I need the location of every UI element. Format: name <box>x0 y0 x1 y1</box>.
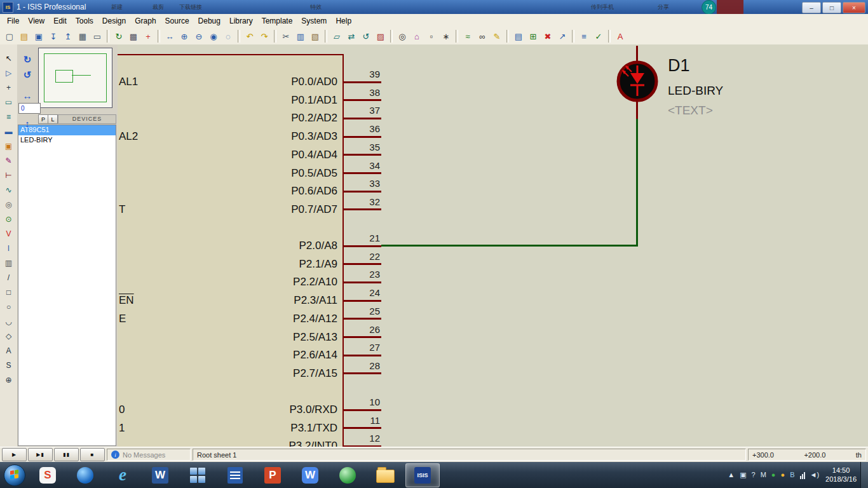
block-copy-button[interactable]: ▱ <box>330 29 344 43</box>
goto-sheet-button[interactable]: ↗ <box>555 29 569 43</box>
block-move-button[interactable]: ⇄ <box>344 29 358 43</box>
packaging-tool-button[interactable]: ▫ <box>424 29 438 43</box>
new-sheet-button[interactable]: ⊞ <box>526 29 540 43</box>
2d-symbol-mode-button[interactable]: S <box>2 359 15 372</box>
menu-item-library[interactable]: Library <box>225 15 257 27</box>
open-file-button[interactable]: ▤ <box>17 29 31 43</box>
led-cathode-pin[interactable] <box>636 101 638 119</box>
taskbar-wps-button[interactable]: W <box>293 463 327 487</box>
2d-circle-mode-button[interactable]: ○ <box>2 301 15 313</box>
menu-item-edit[interactable]: Edit <box>49 15 71 27</box>
chip-pin-25[interactable] <box>344 318 381 320</box>
chip-pin-37[interactable] <box>344 118 381 119</box>
make-device-button[interactable]: ⌂ <box>410 29 424 43</box>
menu-item-template[interactable]: Template <box>257 15 297 27</box>
import-section-button[interactable]: ↧ <box>46 29 60 43</box>
minimize-button[interactable]: – <box>802 2 821 13</box>
junction-dot-mode-button[interactable]: + <box>2 81 15 94</box>
wire-vertical-segment[interactable] <box>636 118 638 247</box>
redraw-button[interactable]: ↻ <box>112 29 126 43</box>
save-file-button[interactable]: ▣ <box>32 29 46 43</box>
start-button[interactable] <box>4 464 25 486</box>
menu-item-source[interactable]: Source <box>161 15 194 27</box>
subcircuit-mode-button[interactable]: ▣ <box>2 140 15 152</box>
tray-volume-icon[interactable]: ◄) <box>810 471 820 478</box>
tray-ime-icon[interactable]: M <box>761 471 766 478</box>
device-pin-mode-button[interactable]: ⊢ <box>2 169 15 182</box>
2d-arc-mode-button[interactable]: ◡ <box>2 315 15 328</box>
selection-mode-button[interactable]: ↖ <box>2 52 15 65</box>
current-probe-mode-button[interactable]: I <box>2 242 15 255</box>
export-section-button[interactable]: ↥ <box>61 29 75 43</box>
taskbar-clock[interactable]: 14:50 2018/3/16 <box>825 462 857 488</box>
tray-bluetooth-icon[interactable]: B <box>790 471 794 478</box>
taskbar-word-button[interactable]: W <box>143 463 177 487</box>
menu-item-system[interactable]: System <box>297 15 331 27</box>
block-rotate-button[interactable]: ↺ <box>359 29 373 43</box>
menu-item-view[interactable]: View <box>24 15 49 27</box>
tray-help-icon[interactable]: ? <box>752 471 756 478</box>
taskbar-window-panes-button[interactable] <box>180 463 215 487</box>
schematic-canvas[interactable]: D1 LED-BIRY <TEXT> 39P0.0/AD038P0.1/AD13… <box>118 44 868 447</box>
schematic-preview[interactable] <box>38 48 112 108</box>
wire-autorouter-button[interactable]: ≈ <box>461 29 475 43</box>
block-delete-button[interactable]: ▨ <box>374 29 388 43</box>
cut-button[interactable]: ✂ <box>279 29 293 43</box>
2d-box-mode-button[interactable]: □ <box>2 286 15 299</box>
taskbar-browser-green-button[interactable] <box>330 463 365 487</box>
zoom-area-button[interactable]: ◌ <box>221 29 235 43</box>
undo-button[interactable]: ↶ <box>243 29 257 43</box>
show-desktop-button[interactable] <box>860 462 868 488</box>
chip-pin-33[interactable] <box>344 191 381 193</box>
maximize-button[interactable]: □ <box>822 2 841 13</box>
taskbar-sogou-input-button[interactable]: S <box>31 463 65 487</box>
taskbar-file-explorer-button[interactable] <box>368 463 402 487</box>
chip-pin-10[interactable] <box>344 409 381 411</box>
menu-item-debug[interactable]: Debug <box>194 15 225 27</box>
step-button[interactable]: ▶▮ <box>28 448 53 461</box>
wire-label-mode-button[interactable]: ▭ <box>2 96 15 109</box>
redo-button[interactable]: ↷ <box>257 29 271 43</box>
property-assignment-button[interactable]: ✎ <box>490 29 504 43</box>
zoom-out-button[interactable]: ⊖ <box>192 29 206 43</box>
false-origin-button[interactable]: + <box>141 29 155 43</box>
device-item-led-biry[interactable]: LED-BIRY <box>18 135 116 146</box>
chip-pin-24[interactable] <box>344 300 381 302</box>
chip-pin-27[interactable] <box>344 355 381 356</box>
chip-pin-11[interactable] <box>344 427 381 429</box>
mirror-vertical-button[interactable]: ↕ <box>20 117 35 130</box>
rotate-anticlockwise-button[interactable]: ↺ <box>20 69 35 81</box>
generator-mode-button[interactable]: ⊙ <box>2 213 15 226</box>
voltage-probe-mode-button[interactable]: V <box>2 227 15 240</box>
tray-signal-icon[interactable] <box>800 471 805 479</box>
print-button[interactable]: ▦ <box>76 29 90 43</box>
chip-pin-39[interactable] <box>344 81 381 83</box>
mark-output-area-button[interactable]: ▭ <box>90 29 104 43</box>
pick-parts-button[interactable]: P <box>38 114 48 124</box>
graph-mode-button[interactable]: ∿ <box>2 184 15 196</box>
menu-item-tools[interactable]: Tools <box>71 15 98 27</box>
2d-path-mode-button[interactable]: ◇ <box>2 330 15 342</box>
chip-pin-32[interactable] <box>344 208 381 210</box>
chip-pin-21[interactable] <box>344 245 381 247</box>
taskbar-notes-button[interactable] <box>218 463 252 487</box>
2d-line-mode-button[interactable]: / <box>2 271 15 284</box>
virtual-instruments-mode-button[interactable]: ▥ <box>2 257 15 269</box>
rotation-angle-input[interactable]: 0 <box>18 103 41 114</box>
chip-pin-26[interactable] <box>344 336 381 338</box>
new-file-button[interactable]: ▢ <box>3 29 17 43</box>
tape-recorder-mode-button[interactable]: ◎ <box>2 198 15 211</box>
library-button[interactable]: L <box>48 114 58 124</box>
remove-sheet-button[interactable]: ✖ <box>541 29 555 43</box>
pan-button[interactable]: ↔ <box>163 29 177 43</box>
menu-item-design[interactable]: Design <box>98 15 130 27</box>
instant-edit-mode-button[interactable]: ✎ <box>2 154 15 167</box>
menu-item-graph[interactable]: Graph <box>130 15 160 27</box>
wire-p20-to-led[interactable] <box>381 245 638 247</box>
zoom-in-button[interactable]: ⊕ <box>177 29 191 43</box>
chip-pin-23[interactable] <box>344 281 381 283</box>
text-script-mode-button[interactable]: ≡ <box>2 111 15 123</box>
menu-item-help[interactable]: Help <box>331 15 356 27</box>
chip-pin-36[interactable] <box>344 136 381 138</box>
tray-security-icon[interactable]: ● <box>771 471 776 478</box>
